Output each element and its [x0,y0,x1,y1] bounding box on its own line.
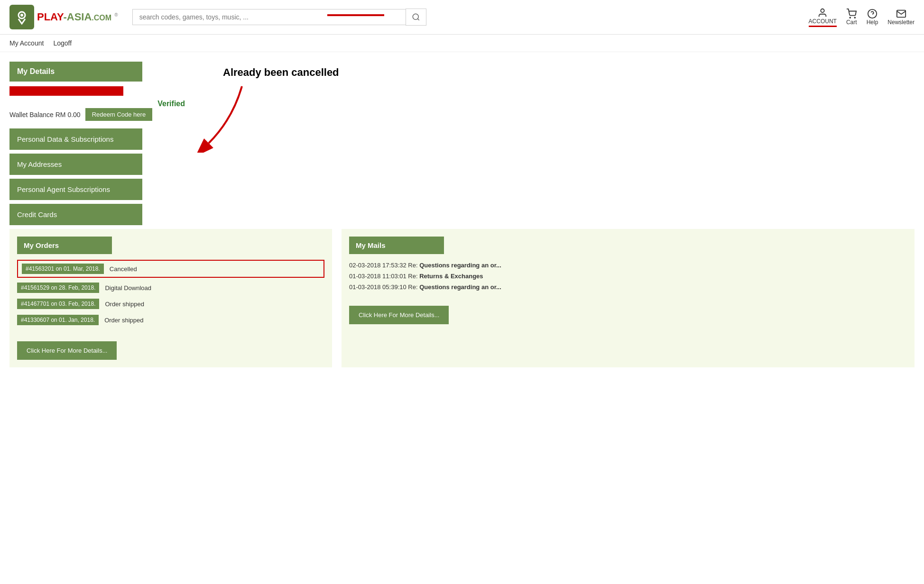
mail-subject-3: Questions regarding an or... [419,283,501,291]
left-section: My Details Verified Wallet Balance RM 0.… [9,62,194,229]
svg-point-1 [20,14,23,17]
nav-my-account[interactable]: My Account [9,39,44,47]
order-status-2: Digital Download [105,284,151,292]
newsletter-label: Newsletter [887,19,915,26]
right-section: Already been cancelled [194,62,915,229]
my-addresses-button[interactable]: My Addresses [9,154,142,175]
cart-icon [846,9,857,19]
search-area [132,9,426,26]
account-link[interactable]: ACCOUNT [809,8,837,27]
mail-row-1[interactable]: 02-03-2018 17:53:32 Re: Questions regard… [349,260,907,271]
top-section: My Details Verified Wallet Balance RM 0.… [0,52,924,229]
logo-icon [9,5,34,29]
help-icon [867,9,878,19]
nav-bar: My Account Logoff [0,35,924,52]
logo-area: PLAY-ASIA.COM ® [9,5,118,29]
user-info-bar [9,86,123,96]
logo-reg: ® [114,12,118,18]
newsletter-icon [896,9,906,19]
nav-logoff[interactable]: Logoff [53,39,72,47]
search-button[interactable] [406,9,426,26]
order-row-3[interactable]: #41467701 on 03. Feb, 2018. Order shippe… [17,296,324,312]
orders-details-button[interactable]: Click Here For More Details... [17,341,117,360]
logo-com: .COM [92,14,111,22]
personal-agent-button[interactable]: Personal Agent Subscriptions [9,179,142,200]
logo-asia: -ASIA [63,11,92,23]
orders-header: My Orders [17,237,112,254]
order-status-1: Cancelled [110,265,137,273]
verified-text: Verified [157,100,185,108]
svg-point-2 [413,14,418,19]
verified-container: Verified [9,100,194,108]
order-id-4: #41330607 on 01. Jan, 2018. [17,315,99,325]
account-label: ACCOUNT [809,18,837,25]
order-id-3: #41467701 on 03. Feb, 2018. [17,299,99,309]
mail-subject-1: Questions regarding an or... [419,262,501,269]
mail-row-3[interactable]: 01-03-2018 05:39:10 Re: Questions regard… [349,282,907,292]
help-link[interactable]: Help [867,9,878,26]
account-icon [817,8,828,18]
order-id-2: #41561529 on 28. Feb, 2018. [17,283,99,293]
logo-text: PLAY-ASIA.COM ® [37,11,118,23]
order-row-2[interactable]: #41561529 on 28. Feb, 2018. Digital Down… [17,280,324,296]
help-label: Help [867,19,878,26]
page-wrapper: PLAY-ASIA.COM ® ACCOUNT [0,0,924,377]
credit-cards-button[interactable]: Credit Cards [9,204,142,225]
personal-data-button[interactable]: Personal Data & Subscriptions [9,128,142,150]
my-details-header: My Details [9,62,142,82]
order-status-3: Order shipped [105,301,144,308]
header-right: ACCOUNT Cart Help [809,8,915,27]
newsletter-link[interactable]: Newsletter [887,9,915,26]
mails-details-button[interactable]: Click Here For More Details... [349,306,449,324]
mail-date-2: 01-03-2018 11:03:01 Re: [349,273,419,280]
search-accent [327,14,384,16]
order-id-1: #41563201 on 01. Mar, 2018. [22,264,104,274]
svg-point-3 [821,9,824,12]
wallet-row: Wallet Balance RM 0.00 Redeem Code here [9,108,194,121]
orders-panel: My Orders #41563201 on 01. Mar, 2018. Ca… [9,229,332,367]
mails-header: My Mails [349,237,444,254]
logo-play: PLAY [37,11,63,23]
annotation-arrow [194,82,289,153]
order-row-4[interactable]: #41330607 on 01. Jan, 2018. Order shippe… [17,312,324,328]
order-status-4: Order shipped [104,317,143,324]
annotation-text: Already been cancelled [223,66,915,79]
mail-date-1: 02-03-2018 17:53:32 Re: [349,262,419,269]
cart-link[interactable]: Cart [846,9,857,26]
cart-label: Cart [846,19,857,26]
mail-date-3: 01-03-2018 05:39:10 Re: [349,283,419,291]
header: PLAY-ASIA.COM ® ACCOUNT [0,0,924,35]
mail-row-2[interactable]: 01-03-2018 11:03:01 Re: Returns & Exchan… [349,271,907,282]
svg-point-5 [855,17,856,18]
search-input[interactable] [132,9,406,25]
mail-subject-2: Returns & Exchanges [419,273,483,280]
wallet-label: Wallet Balance RM 0.00 [9,111,81,119]
bottom-section: My Orders #41563201 on 01. Mar, 2018. Ca… [0,229,924,377]
mails-panel: My Mails 02-03-2018 17:53:32 Re: Questio… [342,229,915,367]
svg-point-4 [850,17,851,18]
order-row-1[interactable]: #41563201 on 01. Mar, 2018. Cancelled [17,260,324,278]
redeem-button[interactable]: Redeem Code here [85,108,152,121]
